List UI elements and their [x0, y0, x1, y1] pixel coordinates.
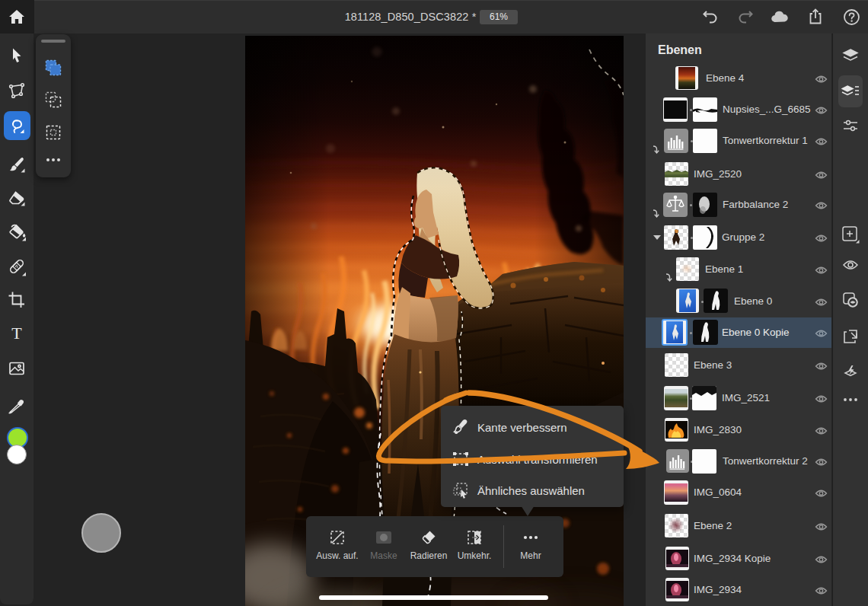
svg-text:T: T	[11, 324, 22, 343]
